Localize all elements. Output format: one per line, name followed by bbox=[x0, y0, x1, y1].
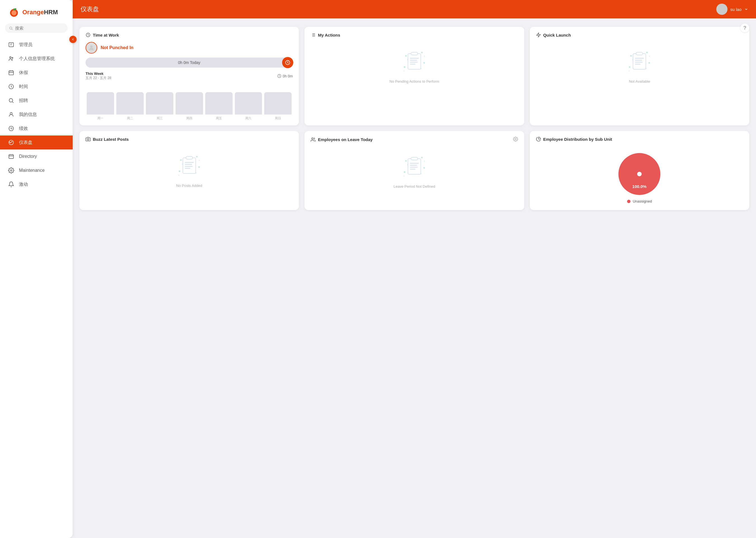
svg-point-15 bbox=[721, 7, 723, 9]
widget-distribution-header: Employee Distribution by Sub Unit bbox=[536, 136, 743, 142]
legend-dot-unassigned bbox=[627, 200, 630, 203]
punch-button[interactable] bbox=[282, 57, 293, 68]
bar-col-2 bbox=[146, 92, 173, 115]
buzz-empty-illustration: × × × × bbox=[177, 152, 202, 180]
logo: OrangeHRM bbox=[0, 0, 73, 24]
svg-point-70 bbox=[515, 138, 516, 140]
sidebar-item-pim[interactable]: 个人信息管理系统 bbox=[0, 52, 73, 66]
search-bar[interactable] bbox=[5, 24, 68, 33]
sidebar-item-leave[interactable]: 休假 bbox=[0, 66, 73, 80]
sidebar-item-myinfo[interactable]: 我的信息 bbox=[0, 108, 73, 122]
svg-rect-81 bbox=[410, 163, 419, 164]
svg-point-43 bbox=[629, 66, 630, 68]
widget-quicklaunch-title: Quick Launch bbox=[543, 33, 571, 37]
sidebar-item-maintenance[interactable]: Maintenance bbox=[0, 163, 73, 177]
logo-icon bbox=[8, 6, 20, 19]
widget-buzz-header: Buzz Latest Posts bbox=[86, 136, 293, 142]
punch-clock-icon bbox=[285, 60, 290, 65]
svg-point-69 bbox=[312, 138, 313, 139]
svg-rect-68 bbox=[185, 168, 190, 169]
widget-time-at-work: Time at Work Not Punched In 0h 0m Today bbox=[79, 27, 299, 126]
svg-point-86 bbox=[637, 172, 642, 176]
performance-icon bbox=[8, 125, 15, 132]
svg-rect-63 bbox=[183, 158, 196, 174]
bar-col-5 bbox=[235, 92, 262, 115]
bar-4 bbox=[205, 92, 233, 115]
svg-rect-48 bbox=[633, 54, 646, 69]
svg-rect-38 bbox=[410, 62, 418, 63]
svg-point-41 bbox=[646, 52, 648, 53]
bar-col-6 bbox=[264, 92, 291, 115]
user-name: su lao bbox=[730, 7, 741, 12]
svg-point-29 bbox=[404, 66, 406, 68]
svg-rect-79 bbox=[408, 159, 421, 174]
sidebar-item-admin[interactable]: 管理员 bbox=[0, 38, 73, 52]
sidebar-item-directory[interactable]: Directory bbox=[0, 149, 73, 163]
pim-icon bbox=[8, 55, 15, 62]
svg-text:×: × bbox=[649, 55, 650, 58]
user-menu[interactable]: su lao bbox=[716, 4, 748, 15]
svg-point-58 bbox=[179, 170, 180, 172]
content-area: ? Time at Work Not Punched In bbox=[73, 19, 756, 538]
legend-label-unassigned: Unassigned bbox=[633, 199, 652, 203]
distribution-chart: 100.0% Unassigned bbox=[536, 146, 743, 205]
bar-2 bbox=[146, 92, 173, 115]
svg-text:×: × bbox=[403, 175, 405, 178]
widget-time-header: Time at Work bbox=[86, 32, 293, 37]
clock-icon bbox=[86, 32, 91, 37]
svg-point-8 bbox=[12, 57, 13, 58]
sidebar-collapse-button[interactable] bbox=[69, 36, 77, 43]
this-week-row: This Week 五月 22 - 五月 28 0h 0m bbox=[86, 72, 293, 81]
svg-rect-9 bbox=[9, 71, 14, 75]
bar-label-5: 周六 bbox=[235, 116, 262, 120]
bar-label-0: 周一 bbox=[87, 116, 114, 120]
sidebar-item-buzz[interactable]: 激动 bbox=[0, 177, 73, 191]
svg-text:×: × bbox=[423, 55, 425, 58]
weekly-bar-chart bbox=[86, 84, 293, 115]
punch-label: Not Punched In bbox=[101, 45, 133, 50]
bar-label-4: 周五 bbox=[205, 116, 233, 120]
actions-empty-text: No Pending Actions to Perform bbox=[390, 79, 439, 83]
time-icon bbox=[8, 83, 15, 90]
widget-quicklaunch-header: Quick Launch bbox=[536, 32, 743, 37]
svg-text:×: × bbox=[628, 70, 630, 73]
help-button[interactable]: ? bbox=[740, 24, 749, 32]
leave-empty-state: × × × × Leave Period Not Defined bbox=[311, 147, 518, 194]
sidebar-item-time[interactable]: 时间 bbox=[0, 80, 73, 93]
chevron-left-icon bbox=[71, 38, 75, 41]
user-avatar-icon bbox=[718, 5, 726, 13]
svg-point-42 bbox=[648, 62, 650, 64]
svg-point-26 bbox=[405, 55, 407, 57]
bar-label-6: 周日 bbox=[264, 116, 291, 120]
widget-employees-leave: Employees on Leave Today × bbox=[304, 131, 524, 210]
svg-rect-67 bbox=[185, 166, 193, 167]
svg-point-73 bbox=[423, 167, 425, 169]
widget-distribution-title: Employee Distribution by Sub Unit bbox=[543, 137, 612, 142]
punch-avatar bbox=[86, 42, 97, 54]
sidebar: OrangeHRM 管理员 个人信息管理系统 休假 bbox=[0, 0, 73, 538]
this-week-label: This Week bbox=[86, 72, 111, 76]
bar-6 bbox=[264, 92, 291, 115]
sidebar-item-dashboard[interactable]: 仪表盘 bbox=[0, 135, 73, 149]
svg-text:×: × bbox=[199, 159, 200, 162]
bar-label-2: 周三 bbox=[146, 116, 173, 120]
svg-rect-64 bbox=[186, 156, 193, 159]
nav-menu: 管理员 个人信息管理系统 休假 时间 招聘 bbox=[0, 38, 73, 538]
svg-rect-52 bbox=[635, 62, 643, 63]
widget-time-title: Time at Work bbox=[93, 33, 119, 37]
buzz-icon bbox=[8, 181, 15, 188]
svg-rect-49 bbox=[636, 52, 643, 55]
employees-icon bbox=[311, 137, 316, 142]
svg-point-17 bbox=[90, 45, 93, 48]
leave-settings-button[interactable] bbox=[513, 136, 518, 142]
svg-rect-53 bbox=[635, 64, 641, 65]
bar-col-0 bbox=[87, 92, 114, 115]
widget-buzz-posts: Buzz Latest Posts × × × × bbox=[79, 131, 299, 210]
sidebar-item-recruit[interactable]: 招聘 bbox=[0, 93, 73, 108]
search-input[interactable] bbox=[15, 26, 64, 30]
widget-my-actions: My Actions × × × × bbox=[304, 27, 524, 126]
svg-rect-34 bbox=[408, 54, 421, 69]
bar-0 bbox=[87, 92, 114, 115]
sidebar-item-performance[interactable]: 绩效 bbox=[0, 122, 73, 135]
svg-point-74 bbox=[404, 171, 406, 173]
